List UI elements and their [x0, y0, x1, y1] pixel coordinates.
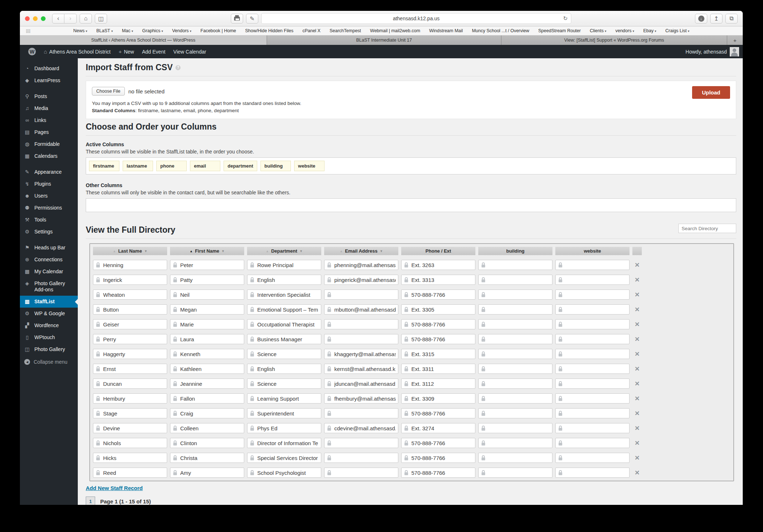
column-header-last-name[interactable]: ▲Last Name▼ — [93, 247, 167, 255]
staff-phone-input[interactable] — [401, 364, 475, 374]
staff-building-input[interactable] — [478, 334, 552, 344]
staff-email-input[interactable] — [324, 364, 398, 374]
staff-email-input[interactable] — [324, 334, 398, 344]
staff-phone-input[interactable] — [401, 453, 475, 463]
staff-email-input[interactable] — [324, 275, 398, 285]
staff-last-input[interactable] — [93, 275, 167, 285]
back-button[interactable]: ‹ — [52, 14, 64, 24]
staff-phone-input[interactable] — [401, 468, 475, 478]
sidebar-item-calendars[interactable]: ▦Calendars — [20, 150, 78, 162]
staff-building-input[interactable] — [478, 379, 552, 389]
staff-last-input[interactable] — [93, 423, 167, 433]
bookmark-item[interactable]: Windstream Mail — [429, 28, 463, 33]
staff-first-input[interactable] — [170, 334, 244, 344]
staff-first-input[interactable] — [170, 379, 244, 389]
staff-website-input[interactable] — [555, 304, 630, 314]
staff-phone-input[interactable] — [401, 379, 475, 389]
staff-email-input[interactable] — [324, 423, 398, 433]
sidebar-item-stafflist[interactable]: ▥StaffList — [20, 296, 78, 308]
column-chip-phone[interactable]: phone — [156, 161, 187, 171]
delete-row-button[interactable]: ✕ — [632, 306, 642, 313]
browser-tab[interactable]: StaffList ‹ Athens Area School District … — [20, 35, 267, 45]
staff-last-input[interactable] — [93, 408, 167, 418]
bookmark-item[interactable]: SpeedStream Router — [538, 28, 581, 33]
staff-building-input[interactable] — [478, 453, 552, 463]
refresh-icon[interactable]: ↻ — [563, 15, 568, 22]
zoom-button[interactable] — [41, 16, 46, 21]
staff-building-input[interactable] — [478, 290, 552, 300]
delete-row-button[interactable]: ✕ — [632, 395, 642, 402]
delete-row-button[interactable]: ✕ — [632, 335, 642, 343]
delete-row-button[interactable]: ✕ — [632, 380, 642, 388]
staff-phone-input[interactable] — [401, 260, 475, 270]
staff-department-input[interactable] — [247, 290, 321, 300]
staff-email-input[interactable] — [324, 393, 398, 404]
staff-last-input[interactable] — [93, 438, 167, 448]
column-chip-department[interactable]: department — [224, 161, 257, 171]
staff-website-input[interactable] — [555, 408, 630, 418]
bookmarks-grid-icon[interactable]: ⣿⣿ — [26, 29, 30, 33]
page-number-button[interactable]: 1 — [86, 497, 95, 505]
staff-website-input[interactable] — [555, 275, 630, 285]
staff-first-input[interactable] — [170, 408, 244, 418]
help-icon[interactable]: ? — [175, 65, 181, 70]
staff-website-input[interactable] — [555, 379, 630, 389]
staff-building-input[interactable] — [478, 423, 552, 433]
delete-row-button[interactable]: ✕ — [632, 321, 642, 328]
staff-last-input[interactable] — [93, 393, 167, 404]
share-button[interactable]: ↥ — [710, 14, 722, 24]
sidebar-item-photo-gallery[interactable]: ◫Photo Gallery — [20, 343, 78, 355]
staff-first-input[interactable] — [170, 319, 244, 329]
sidebar-item-posts[interactable]: ⚲Posts — [20, 90, 78, 102]
view-calendar-button[interactable]: View Calendar — [169, 45, 210, 58]
staff-phone-input[interactable] — [401, 349, 475, 359]
staff-email-input[interactable] — [324, 438, 398, 448]
staff-building-input[interactable] — [478, 468, 552, 478]
staff-website-input[interactable] — [555, 423, 630, 433]
staff-website-input[interactable] — [555, 319, 630, 329]
sidebar-item-photo-gallery-add-ons[interactable]: ◈Photo Gallery Add-ons — [20, 278, 78, 296]
staff-department-input[interactable] — [247, 423, 321, 433]
staff-first-input[interactable] — [170, 364, 244, 374]
sidebar-item-appearance[interactable]: ✎Appearance — [20, 166, 78, 178]
browser-tab[interactable]: BLaST Intermediate Unit 17 — [267, 35, 501, 45]
staff-last-input[interactable] — [93, 453, 167, 463]
bookmark-item[interactable]: Craigs List▾ — [665, 28, 690, 33]
new-content-button[interactable]: +New — [115, 45, 138, 58]
sidebar-toggle-button[interactable]: ◫ — [95, 14, 107, 24]
staff-phone-input[interactable] — [401, 408, 475, 418]
sidebar-item-learnpress[interactable]: ◆LearnPress — [20, 75, 78, 86]
sidebar-item-settings[interactable]: ⚙Settings — [20, 226, 78, 238]
close-button[interactable] — [25, 16, 30, 21]
staff-department-input[interactable] — [247, 379, 321, 389]
sidebar-item-dashboard[interactable]: ◔Dashboard — [20, 63, 78, 75]
sidebar-item-links[interactable]: ∞Links — [20, 114, 78, 126]
staff-department-input[interactable] — [247, 468, 321, 478]
staff-email-input[interactable] — [324, 468, 398, 478]
staff-last-input[interactable] — [93, 349, 167, 359]
staff-first-input[interactable] — [170, 349, 244, 359]
staff-website-input[interactable] — [555, 260, 630, 270]
sidebar-item-pages[interactable]: ▤Pages — [20, 126, 78, 138]
staff-website-input[interactable] — [555, 290, 630, 300]
staff-department-input[interactable] — [247, 438, 321, 448]
bookmark-item[interactable]: Facebook | Home — [200, 28, 236, 33]
bookmark-item[interactable]: BLaST▾ — [96, 28, 113, 33]
staff-website-input[interactable] — [555, 468, 630, 478]
column-chip-website[interactable]: website — [294, 161, 325, 171]
search-input[interactable] — [678, 224, 736, 233]
staff-email-input[interactable] — [324, 260, 398, 270]
delete-row-button[interactable]: ✕ — [632, 439, 642, 447]
staff-first-input[interactable] — [170, 468, 244, 478]
bookmark-item[interactable]: Vendors▾ — [172, 28, 191, 33]
staff-department-input[interactable] — [247, 304, 321, 314]
staff-first-input[interactable] — [170, 260, 244, 270]
staff-building-input[interactable] — [478, 319, 552, 329]
bookmark-item[interactable]: Webmail | mail2web.com — [370, 28, 420, 33]
sidebar-item-wordfence[interactable]: ▞Wordfence — [20, 320, 78, 332]
sidebar-item-wptouch[interactable]: ▯WPtouch — [20, 332, 78, 343]
bookmark-item[interactable]: Graphics▾ — [142, 28, 163, 33]
new-tab-button[interactable]: + — [727, 35, 743, 45]
staff-phone-input[interactable] — [401, 438, 475, 448]
staff-department-input[interactable] — [247, 334, 321, 344]
